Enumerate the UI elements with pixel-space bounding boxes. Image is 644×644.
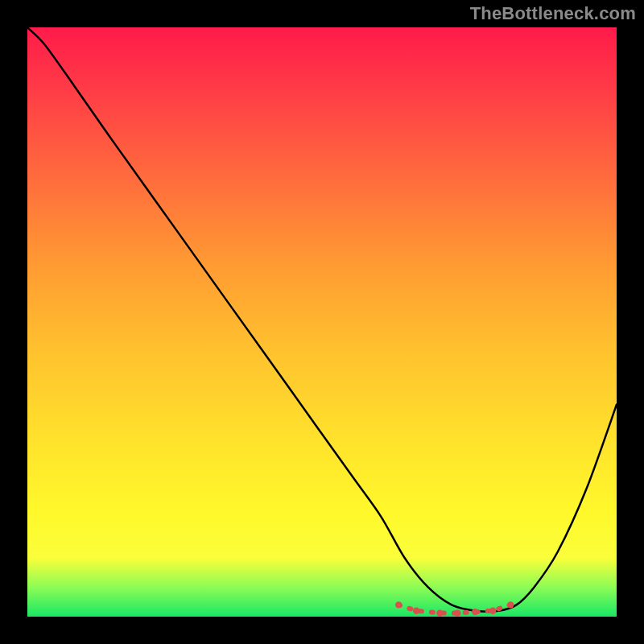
bottleneck-curve bbox=[27, 27, 617, 612]
threshold-marker bbox=[472, 609, 478, 615]
threshold-marker bbox=[395, 601, 402, 608]
threshold-marker bbox=[436, 609, 443, 616]
threshold-marker bbox=[454, 609, 460, 616]
chart-stage: TheBottleneck.com bbox=[0, 0, 644, 644]
curve-overlay bbox=[27, 27, 617, 617]
watermark-label: TheBottleneck.com bbox=[470, 3, 636, 24]
threshold-marker bbox=[507, 601, 514, 608]
threshold-marker bbox=[489, 607, 496, 613]
plot-area bbox=[27, 27, 617, 617]
threshold-markers bbox=[395, 601, 514, 617]
threshold-marker bbox=[413, 607, 419, 613]
